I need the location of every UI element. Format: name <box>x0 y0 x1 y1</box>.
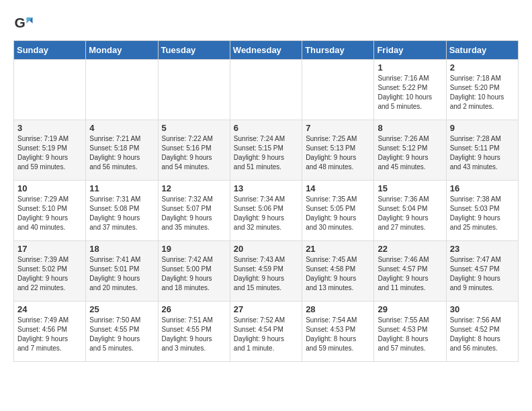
day-info: Sunrise: 7:42 AM Sunset: 5:00 PM Dayligh… <box>162 255 226 293</box>
header: G <box>13 13 519 34</box>
day-info: Sunrise: 7:31 AM Sunset: 5:08 PM Dayligh… <box>89 195 154 232</box>
week-row-4: 17Sunrise: 7:39 AM Sunset: 5:02 PM Dayli… <box>14 241 519 302</box>
day-info: Sunrise: 7:29 AM Sunset: 5:10 PM Dayligh… <box>17 195 82 232</box>
day-number: 17 <box>17 244 82 254</box>
day-info: Sunrise: 7:28 AM Sunset: 5:11 PM Dayligh… <box>450 134 515 172</box>
day-cell <box>86 60 158 120</box>
day-cell: 21Sunrise: 7:45 AM Sunset: 4:58 PM Dayli… <box>302 241 374 302</box>
day-number: 5 <box>162 123 226 133</box>
day-info: Sunrise: 7:38 AM Sunset: 5:03 PM Dayligh… <box>450 195 515 232</box>
day-cell: 22Sunrise: 7:46 AM Sunset: 4:57 PM Dayli… <box>374 241 446 302</box>
day-cell: 27Sunrise: 7:52 AM Sunset: 4:54 PM Dayli… <box>230 302 302 362</box>
day-number: 26 <box>162 304 226 314</box>
day-number: 9 <box>450 123 515 133</box>
day-number: 28 <box>306 304 370 314</box>
day-info: Sunrise: 7:25 AM Sunset: 5:13 PM Dayligh… <box>306 134 370 172</box>
day-number: 20 <box>234 244 298 254</box>
day-number: 23 <box>450 244 515 254</box>
day-info: Sunrise: 7:39 AM Sunset: 5:02 PM Dayligh… <box>17 255 82 293</box>
day-number: 27 <box>234 304 298 314</box>
day-number: 29 <box>378 304 442 314</box>
day-number: 3 <box>17 123 82 133</box>
header-cell-monday: Monday <box>86 41 158 60</box>
day-cell: 13Sunrise: 7:34 AM Sunset: 5:06 PM Dayli… <box>230 181 302 241</box>
day-info: Sunrise: 7:24 AM Sunset: 5:15 PM Dayligh… <box>234 134 298 172</box>
header-cell-sunday: Sunday <box>14 41 86 60</box>
day-number: 16 <box>450 183 515 193</box>
day-cell: 10Sunrise: 7:29 AM Sunset: 5:10 PM Dayli… <box>14 181 86 241</box>
day-info: Sunrise: 7:21 AM Sunset: 5:18 PM Dayligh… <box>89 134 154 172</box>
day-info: Sunrise: 7:50 AM Sunset: 4:55 PM Dayligh… <box>89 316 154 353</box>
day-cell: 5Sunrise: 7:22 AM Sunset: 5:16 PM Daylig… <box>158 120 230 181</box>
day-number: 2 <box>450 62 515 73</box>
day-cell: 29Sunrise: 7:55 AM Sunset: 4:53 PM Dayli… <box>374 302 446 362</box>
day-info: Sunrise: 7:16 AM Sunset: 5:22 PM Dayligh… <box>378 74 442 111</box>
day-info: Sunrise: 7:51 AM Sunset: 4:55 PM Dayligh… <box>162 316 226 353</box>
day-info: Sunrise: 7:43 AM Sunset: 4:59 PM Dayligh… <box>234 255 298 293</box>
day-info: Sunrise: 7:36 AM Sunset: 5:04 PM Dayligh… <box>378 195 442 232</box>
day-cell: 18Sunrise: 7:41 AM Sunset: 5:01 PM Dayli… <box>86 241 158 302</box>
day-cell: 28Sunrise: 7:54 AM Sunset: 4:53 PM Dayli… <box>302 302 374 362</box>
day-cell <box>302 60 374 120</box>
day-number: 8 <box>378 123 442 133</box>
day-cell: 12Sunrise: 7:32 AM Sunset: 5:07 PM Dayli… <box>158 181 230 241</box>
header-row: SundayMondayTuesdayWednesdayThursdayFrid… <box>14 41 519 60</box>
day-info: Sunrise: 7:55 AM Sunset: 4:53 PM Dayligh… <box>378 316 442 353</box>
logo: G <box>13 13 36 34</box>
day-cell: 11Sunrise: 7:31 AM Sunset: 5:08 PM Dayli… <box>86 181 158 241</box>
day-number: 24 <box>17 304 82 314</box>
day-info: Sunrise: 7:26 AM Sunset: 5:12 PM Dayligh… <box>378 134 442 172</box>
day-cell: 6Sunrise: 7:24 AM Sunset: 5:15 PM Daylig… <box>230 120 302 181</box>
day-cell: 25Sunrise: 7:50 AM Sunset: 4:55 PM Dayli… <box>86 302 158 362</box>
day-info: Sunrise: 7:46 AM Sunset: 4:57 PM Dayligh… <box>378 255 442 293</box>
day-cell <box>158 60 230 120</box>
day-cell: 19Sunrise: 7:42 AM Sunset: 5:00 PM Dayli… <box>158 241 230 302</box>
calendar-body: 1Sunrise: 7:16 AM Sunset: 5:22 PM Daylig… <box>14 60 519 362</box>
header-cell-saturday: Saturday <box>446 41 518 60</box>
day-cell: 4Sunrise: 7:21 AM Sunset: 5:18 PM Daylig… <box>86 120 158 181</box>
day-cell: 2Sunrise: 7:18 AM Sunset: 5:20 PM Daylig… <box>446 60 518 120</box>
day-info: Sunrise: 7:56 AM Sunset: 4:52 PM Dayligh… <box>450 316 515 353</box>
day-number: 7 <box>306 123 370 133</box>
day-info: Sunrise: 7:52 AM Sunset: 4:54 PM Dayligh… <box>234 316 298 353</box>
day-number: 6 <box>234 123 298 133</box>
day-cell: 16Sunrise: 7:38 AM Sunset: 5:03 PM Dayli… <box>446 181 518 241</box>
day-number: 18 <box>89 244 154 254</box>
header-cell-thursday: Thursday <box>302 41 374 60</box>
day-info: Sunrise: 7:19 AM Sunset: 5:19 PM Dayligh… <box>17 134 82 172</box>
day-cell <box>14 60 86 120</box>
day-cell: 9Sunrise: 7:28 AM Sunset: 5:11 PM Daylig… <box>446 120 518 181</box>
svg-text:G: G <box>15 15 26 30</box>
week-row-2: 3Sunrise: 7:19 AM Sunset: 5:19 PM Daylig… <box>14 120 519 181</box>
day-cell: 20Sunrise: 7:43 AM Sunset: 4:59 PM Dayli… <box>230 241 302 302</box>
day-number: 1 <box>378 62 442 73</box>
day-cell: 24Sunrise: 7:49 AM Sunset: 4:56 PM Dayli… <box>14 302 86 362</box>
day-cell: 1Sunrise: 7:16 AM Sunset: 5:22 PM Daylig… <box>374 60 446 120</box>
day-cell: 7Sunrise: 7:25 AM Sunset: 5:13 PM Daylig… <box>302 120 374 181</box>
week-row-1: 1Sunrise: 7:16 AM Sunset: 5:22 PM Daylig… <box>14 60 519 120</box>
header-cell-tuesday: Tuesday <box>158 41 230 60</box>
day-cell <box>230 60 302 120</box>
day-info: Sunrise: 7:32 AM Sunset: 5:07 PM Dayligh… <box>162 195 226 232</box>
day-number: 10 <box>17 183 82 193</box>
day-info: Sunrise: 7:18 AM Sunset: 5:20 PM Dayligh… <box>450 74 515 111</box>
day-number: 11 <box>89 183 154 193</box>
day-number: 4 <box>89 123 154 133</box>
day-cell: 8Sunrise: 7:26 AM Sunset: 5:12 PM Daylig… <box>374 120 446 181</box>
day-number: 19 <box>162 244 226 254</box>
day-number: 30 <box>450 304 515 314</box>
header-cell-friday: Friday <box>374 41 446 60</box>
day-number: 12 <box>162 183 226 193</box>
day-info: Sunrise: 7:49 AM Sunset: 4:56 PM Dayligh… <box>17 316 82 353</box>
day-cell: 15Sunrise: 7:36 AM Sunset: 5:04 PM Dayli… <box>374 181 446 241</box>
logo-icon: G <box>13 13 34 34</box>
day-number: 13 <box>234 183 298 193</box>
day-cell: 30Sunrise: 7:56 AM Sunset: 4:52 PM Dayli… <box>446 302 518 362</box>
calendar-table: SundayMondayTuesdayWednesdayThursdayFrid… <box>13 40 519 362</box>
day-number: 22 <box>378 244 442 254</box>
day-number: 14 <box>306 183 370 193</box>
day-number: 25 <box>89 304 154 314</box>
day-info: Sunrise: 7:47 AM Sunset: 4:57 PM Dayligh… <box>450 255 515 293</box>
day-cell: 17Sunrise: 7:39 AM Sunset: 5:02 PM Dayli… <box>14 241 86 302</box>
day-info: Sunrise: 7:54 AM Sunset: 4:53 PM Dayligh… <box>306 316 370 353</box>
